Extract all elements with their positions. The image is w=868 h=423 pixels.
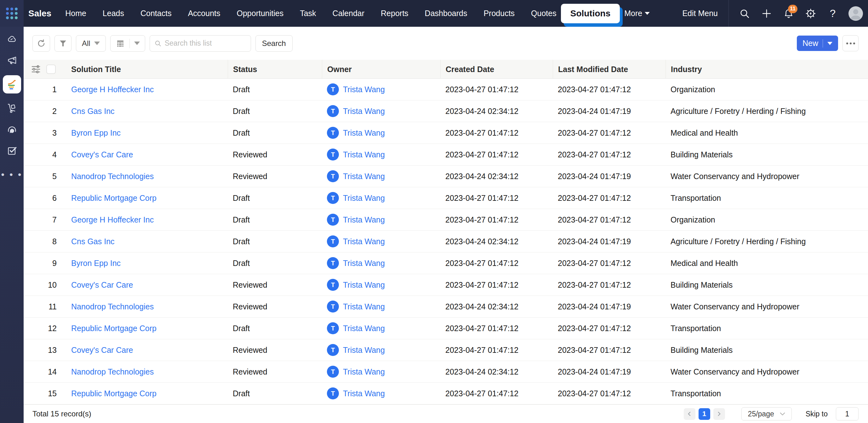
owner-name-link[interactable]: Trista Wang (343, 367, 385, 377)
nav-more-menu[interactable]: More (624, 9, 650, 18)
owner-name-link[interactable]: Trista Wang (343, 150, 385, 159)
solution-title-link[interactable]: Covey's Car Care (71, 346, 133, 354)
owner-avatar[interactable]: T (327, 257, 339, 269)
solution-title-link[interactable]: Republic Mortgage Corp (71, 324, 157, 333)
owner-name-link[interactable]: Trista Wang (343, 302, 385, 311)
owner-avatar[interactable]: T (327, 366, 339, 378)
owner-name-link[interactable]: Trista Wang (343, 389, 385, 398)
table-row[interactable]: 6 Republic Mortgage Corp Draft T Trista … (24, 187, 868, 209)
tab-solutions-active[interactable]: Solutions (561, 4, 620, 23)
owner-avatar[interactable]: T (327, 279, 339, 291)
nav-module-item[interactable]: Reports (381, 9, 408, 18)
table-row[interactable]: 1 George H Hoffecker Inc Draft T Trista … (24, 79, 868, 100)
sliders-icon[interactable] (31, 64, 41, 74)
owner-avatar[interactable]: T (327, 235, 339, 248)
nav-module-item[interactable]: Contacts (141, 9, 172, 18)
select-all-checkbox[interactable] (46, 65, 56, 74)
filter-funnel-button[interactable] (55, 35, 71, 52)
owner-avatar[interactable]: T (327, 344, 339, 356)
help-icon[interactable]: ? (827, 7, 839, 20)
column-header-owner[interactable]: Owner (322, 60, 440, 79)
owner-name-link[interactable]: Trista Wang (343, 346, 385, 355)
crm-active-app-tile[interactable] (3, 75, 21, 94)
solution-title-link[interactable]: Cns Gas Inc (71, 237, 115, 246)
next-page-button[interactable] (713, 408, 725, 420)
cloud-app-icon[interactable] (7, 34, 17, 44)
table-row[interactable]: 9 Byron Epp Inc Draft T Trista Wang 2023… (24, 252, 868, 274)
table-row[interactable]: 12 Republic Mortgage Corp Draft T Trista… (24, 318, 868, 339)
solution-title-link[interactable]: Byron Epp Inc (71, 128, 121, 137)
list-search-field[interactable] (150, 35, 251, 52)
column-header-created-date[interactable]: Created Date (440, 60, 553, 79)
nav-module-item[interactable]: Calendar (333, 9, 364, 18)
support-headset-icon[interactable] (7, 124, 17, 135)
owner-name-link[interactable]: Trista Wang (343, 172, 385, 181)
table-row[interactable]: 13 Covey's Car Care Reviewed T Trista Wa… (24, 339, 868, 361)
owner-avatar[interactable]: T (327, 105, 339, 117)
solution-title-link[interactable]: Byron Epp Inc (71, 259, 121, 267)
solution-title-link[interactable]: Cns Gas Inc (71, 107, 115, 116)
more-actions-button[interactable] (842, 35, 859, 51)
owner-avatar[interactable]: T (327, 387, 339, 399)
owner-name-link[interactable]: Trista Wang (343, 215, 385, 224)
solution-title-link[interactable]: Nanodrop Technologies (71, 302, 154, 311)
solution-title-link[interactable]: Nanodrop Technologies (71, 172, 154, 181)
nav-module-item[interactable]: Dashboards (425, 9, 467, 18)
owner-name-link[interactable]: Trista Wang (343, 128, 385, 137)
campaigns-megaphone-icon[interactable] (7, 55, 17, 66)
owner-avatar[interactable]: T (327, 300, 339, 313)
owner-name-link[interactable]: Trista Wang (343, 194, 385, 203)
gear-icon[interactable] (804, 7, 817, 20)
owner-name-link[interactable]: Trista Wang (343, 259, 385, 268)
current-page-button[interactable]: 1 (699, 408, 710, 420)
nav-module-item[interactable]: Opportunities (237, 9, 284, 18)
column-header-solution-title[interactable]: Solution Title (66, 60, 228, 79)
survey-check-icon[interactable] (7, 145, 17, 156)
table-row[interactable]: 10 Covey's Car Care Reviewed T Trista Wa… (24, 274, 868, 296)
search-icon[interactable] (738, 7, 751, 20)
nav-module-item[interactable]: Task (300, 9, 316, 18)
solution-title-link[interactable]: Covey's Car Care (71, 281, 133, 289)
skip-to-page-input[interactable] (836, 407, 859, 421)
prev-page-button[interactable] (684, 408, 695, 420)
owner-avatar[interactable]: T (327, 127, 339, 139)
search-input[interactable] (165, 39, 246, 47)
app-launcher-button[interactable] (0, 0, 24, 27)
refresh-button[interactable] (32, 35, 50, 52)
owner-avatar[interactable]: T (327, 170, 339, 182)
owner-avatar[interactable]: T (327, 322, 339, 334)
owner-name-link[interactable]: Trista Wang (343, 85, 385, 94)
solution-title-link[interactable]: Republic Mortgage Corp (71, 194, 157, 202)
view-type-dropdown[interactable] (110, 35, 145, 52)
list-filter-dropdown[interactable]: All (76, 35, 106, 52)
table-row[interactable]: 5 Nanodrop Technologies Reviewed T Trist… (24, 166, 868, 187)
column-header-last-modified-date[interactable]: Last Modified Date (553, 60, 665, 79)
edit-menu-button[interactable]: Edit Menu (682, 9, 718, 18)
solution-title-link[interactable]: George H Hoffecker Inc (71, 85, 154, 94)
table-row[interactable]: 2 Cns Gas Inc Draft T Trista Wang 2023-0… (24, 100, 868, 122)
sidebar-more-apps[interactable]: • • • (7, 169, 17, 180)
nav-module-item[interactable]: Accounts (188, 9, 220, 18)
owner-name-link[interactable]: Trista Wang (343, 324, 385, 333)
nav-module-item[interactable]: Leads (103, 9, 124, 18)
owner-avatar[interactable]: T (327, 214, 339, 226)
bell-icon[interactable]: 11 (782, 7, 795, 20)
user-avatar[interactable] (848, 6, 863, 21)
column-header-industry[interactable]: Industry (665, 60, 868, 79)
column-header-status[interactable]: Status (228, 60, 322, 79)
owner-avatar[interactable]: T (327, 149, 339, 161)
table-row[interactable]: 11 Nanodrop Technologies Reviewed T Tris… (24, 296, 868, 318)
owner-name-link[interactable]: Trista Wang (343, 107, 385, 116)
new-record-button[interactable]: New (797, 36, 838, 51)
table-row[interactable]: 14 Nanodrop Technologies Reviewed T Tris… (24, 361, 868, 383)
table-row[interactable]: 3 Byron Epp Inc Draft T Trista Wang 2023… (24, 122, 868, 144)
table-row[interactable]: 8 Cns Gas Inc Draft T Trista Wang 2023-0… (24, 231, 868, 252)
nav-module-item[interactable]: Home (65, 9, 86, 18)
nav-module-item[interactable]: Quotes (531, 9, 557, 18)
inventory-dolly-icon[interactable] (7, 103, 17, 113)
solution-title-link[interactable]: Republic Mortgage Corp (71, 389, 157, 398)
plus-icon[interactable] (760, 7, 773, 20)
table-row[interactable]: 7 George H Hoffecker Inc Draft T Trista … (24, 209, 868, 231)
nav-module-item[interactable]: Products (484, 9, 515, 18)
search-button[interactable]: Search (255, 35, 292, 52)
